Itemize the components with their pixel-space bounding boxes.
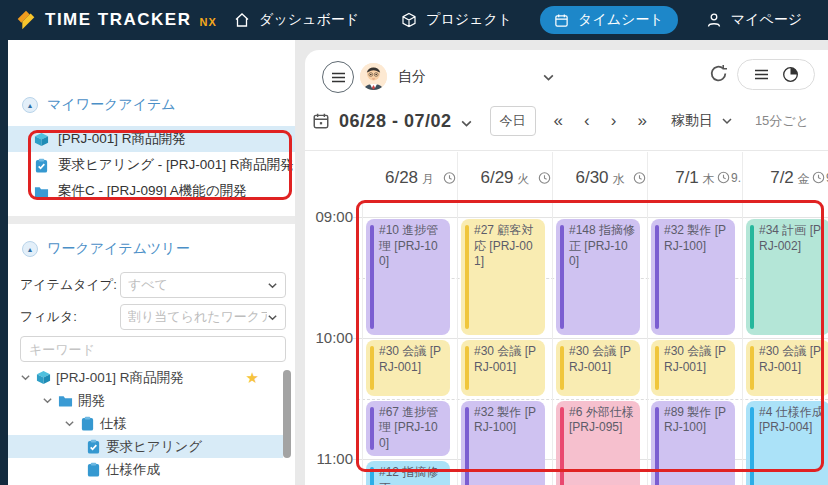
collapse-toggle-icon[interactable]: ▲ [22,241,38,257]
tree-item[interactable]: 開発 [8,389,283,412]
event-label: #30 会議 [PRJ-001] [569,344,636,375]
event-color-bar [560,225,564,329]
my-work-items-header[interactable]: ▲ マイワークアイテム [22,96,176,114]
tree-item[interactable]: 仕様 [8,412,283,435]
nav-item-dashboard[interactable]: ダッシュボード [220,6,373,34]
list-view-icon[interactable] [754,68,769,81]
tree-item[interactable]: 仕様作成 [8,458,283,481]
tree-item[interactable]: 仕様レビュー [8,481,283,485]
next-week-button[interactable]: » [637,111,646,131]
timesheet-event[interactable]: #89 製作 [PRJ-100] [651,401,735,485]
timesheet-event[interactable]: #30 会議 [PRJ-001] [651,340,735,396]
section-title: マイワークアイテム [47,96,176,114]
day-hours-indicator[interactable] [633,171,646,184]
prev-day-button[interactable]: ‹ [584,111,590,131]
nav-item-project[interactable]: プロジェクト [387,6,526,34]
day-hours-indicator[interactable]: 9. [812,171,828,185]
nav-item-mypage[interactable]: マイページ [692,6,816,34]
day-date: 7/2 [770,168,794,188]
timesheet-event[interactable]: #34 計画 [PRJ-002] [746,219,828,335]
filter-label: フィルタ: [20,308,120,326]
day-hours-indicator[interactable] [538,171,551,184]
event-label: #4 仕様作成 [PRJ-004] [759,405,826,436]
filter-row: フィルタ: 割り当てられたワークア [20,304,286,330]
timesheet-event[interactable]: #30 会議 [PRJ-001] [366,340,450,396]
next-day-button[interactable]: › [611,111,617,131]
collapse-toggle-icon[interactable]: ▲ [22,97,38,113]
tree-item[interactable]: 要求ヒアリング [8,435,283,458]
day-date: 6/28 [385,168,418,188]
work-item-row[interactable]: 要求ヒアリング - [PRJ-001] R商品開発 [8,152,295,178]
calendar-icon [554,13,569,28]
day-mode-value: 稼動日 [671,112,713,130]
timesheet-event[interactable]: #32 製作 [PRJ-100] [461,401,545,485]
chevron-down-icon[interactable] [460,117,473,130]
timesheet-event[interactable]: #4 仕様作成 [PRJ-004] [746,401,828,485]
day-hours-indicator[interactable] [443,171,456,184]
timesheet-event[interactable]: #12 指摘修正 [366,461,450,485]
timesheet-event[interactable]: #30 会議 [PRJ-001] [556,340,640,396]
date-range[interactable]: 06/28 - 07/02 [339,111,452,132]
event-color-bar [370,467,374,485]
avatar[interactable] [360,63,387,90]
calendar-icon[interactable] [312,112,330,130]
item-type-select[interactable]: すべて [120,272,286,298]
favorite-star-icon[interactable]: ★ [246,369,259,387]
clock-icon [717,171,730,184]
chevron-down-icon [267,312,278,323]
refresh-button[interactable] [708,63,729,88]
app-logo[interactable]: TIME TRACKER NX [0,8,217,32]
event-label: #30 会議 [PRJ-001] [379,344,446,375]
filter-select[interactable]: 割り当てられたワークア [120,304,286,330]
nav-item-label: プロジェクト [426,11,512,29]
user-selector-value: 自分 [398,68,426,86]
item-type-label: アイテムタイプ: [20,276,120,294]
folder-icon [34,184,49,199]
event-color-bar [750,225,754,329]
refresh-icon [708,63,729,84]
timesheet-event[interactable]: #27 顧客対応 [PRJ-001] [461,219,545,335]
tree-item-label: 仕様 [100,415,127,433]
user-selector[interactable]: 自分 [398,68,558,86]
day-column: #10 進捗管理 [PRJ-100]#30 会議 [PRJ-001]#67 進捗… [362,203,457,485]
item-type-row: アイテムタイプ: すべて [20,272,286,298]
day-date: 6/29 [480,168,513,188]
tree-item-label: 要求ヒアリング [106,438,202,456]
clock-icon [812,171,825,184]
tree-scrollbar[interactable] [283,370,291,458]
interval-select[interactable]: 15分ごと [755,112,809,130]
today-button[interactable]: 今日 [490,106,536,136]
keyword-input[interactable] [20,336,286,362]
timesheet-event[interactable]: #148 指摘修正 [PRJ-100] [556,219,640,335]
pie-chart-icon[interactable] [782,66,799,83]
work-item-row[interactable]: 案件C - [PRJ-099] A機能の開発 [8,178,295,204]
work-item-row[interactable]: [PRJ-001] R商品開発 [8,126,295,152]
tree-item-label: [PRJ-001] R商品開発 [56,369,184,387]
logo-suffix: NX [199,16,216,28]
work-item-tree-header[interactable]: ▲ ワークアイテムツリー [22,240,190,258]
timesheet-event[interactable]: #30 会議 [PRJ-001] [746,340,828,396]
nav-item-timesheet[interactable]: タイムシート [540,6,678,34]
timesheet-event[interactable]: #10 進捗管理 [PRJ-100] [366,219,450,335]
timesheet-event[interactable]: #67 進捗管理 [PRJ-100] [366,401,450,457]
menu-button[interactable] [322,61,354,93]
event-color-bar [465,225,469,329]
event-color-bar [750,407,754,485]
day-header-cell: 6/30水 [552,152,647,203]
event-label: #148 指摘修正 [PRJ-100] [569,223,636,270]
event-label: #67 進捗管理 [PRJ-100] [379,405,446,452]
logo-icon [14,8,38,32]
timesheet-event[interactable]: #32 製作 [PRJ-100] [651,219,735,335]
day-hours-indicator[interactable]: 9. [717,171,741,185]
tree-item[interactable]: [PRJ-001] R商品開発 [8,366,283,389]
event-label: #30 会議 [PRJ-001] [664,344,731,375]
prev-week-button[interactable]: « [554,111,563,131]
day-mode-select[interactable]: 稼動日 [671,112,733,130]
chevron-down-icon [64,418,75,429]
time-label: 11:00 [305,450,353,467]
day-of-week: 月 [422,171,434,188]
folder-icon [58,393,73,408]
timesheet-event[interactable]: #6 外部仕様 [PRJ-095] [556,401,640,485]
timesheet-event[interactable]: #30 会議 [PRJ-001] [461,340,545,396]
chevron-down-icon[interactable] [542,71,555,84]
